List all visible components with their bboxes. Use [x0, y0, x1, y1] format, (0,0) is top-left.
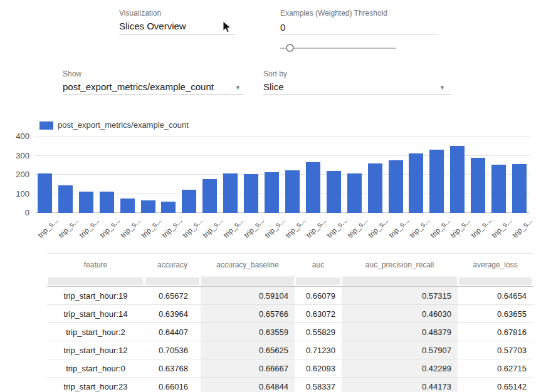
y-axis-tick-label: 400 — [16, 132, 29, 141]
bar-18[interactable] — [409, 153, 423, 213]
metric-cell: 0.57703 — [458, 341, 533, 359]
bar-10[interactable] — [244, 174, 258, 213]
feature-cell: trip_start_hour:19 — [47, 287, 144, 305]
bar-3[interactable] — [100, 192, 114, 213]
metric-cell: 0.64844 — [201, 378, 295, 392]
filter-cell — [201, 276, 295, 287]
bar-0[interactable] — [38, 173, 52, 213]
x-axis-tick-label: trip_s... — [470, 216, 493, 240]
metric-cell: 0.42289 — [342, 359, 458, 378]
table-row: trip_start_hour:190.656720.591040.660790… — [47, 287, 533, 305]
filter-cell — [144, 276, 201, 287]
table-row: trip_start_hour:140.639640.657660.630720… — [47, 305, 533, 323]
bar-8[interactable] — [202, 179, 217, 213]
y-axis-tick-label: 100 — [16, 189, 29, 199]
bar-2[interactable] — [79, 192, 93, 213]
column-header-accuracy_baseline[interactable]: accuracy_baseline — [201, 254, 295, 276]
sort-by-value: Slice — [263, 81, 284, 92]
metric-cell: 0.70536 — [144, 341, 201, 359]
bar-23[interactable] — [512, 164, 527, 213]
bar-6[interactable] — [161, 202, 176, 213]
show-metric-value: post_export_metrics/example_count — [63, 81, 214, 92]
bar-16[interactable] — [368, 163, 382, 213]
x-axis-tick-label: trip_s... — [243, 216, 266, 240]
table-row: trip_start_hour:20.644070.635590.558290.… — [47, 323, 533, 341]
x-axis-tick-label: trip_s... — [325, 216, 349, 240]
bar-14[interactable] — [327, 171, 341, 213]
filter-input-feature[interactable] — [48, 277, 143, 285]
column-header-auc_precision_recall[interactable]: auc_precision_recall — [342, 254, 458, 276]
x-axis-tick-label: trip_s... — [490, 216, 514, 240]
column-header-accuracy[interactable]: accuracy — [144, 254, 201, 276]
visualization-value: Slices Overview — [119, 21, 186, 31]
bar-7[interactable] — [182, 190, 196, 213]
metric-cell: 0.46379 — [342, 323, 458, 341]
visualization-select[interactable]: Slices Overview ▼ — [119, 20, 235, 34]
filter-input-average_loss[interactable] — [459, 277, 532, 285]
sort-by-label: Sort by — [263, 70, 287, 78]
table-header-row: featureaccuracyaccuracy_baselineaucauc_p… — [47, 254, 533, 276]
threshold-input[interactable] — [280, 20, 439, 34]
metric-cell: 0.71230 — [295, 341, 342, 359]
sort-by-select[interactable]: Slice ▼ — [263, 81, 451, 95]
bar-15[interactable] — [347, 173, 362, 213]
bar-11[interactable] — [265, 172, 279, 213]
metric-cell: 0.59104 — [201, 287, 295, 305]
show-label: Show — [63, 70, 81, 78]
bar-21[interactable] — [471, 158, 485, 213]
bar-13[interactable] — [306, 162, 320, 213]
filter-cell — [458, 276, 533, 287]
table-filter-row — [47, 276, 533, 287]
feature-cell: trip_start_hour:0 — [47, 359, 144, 378]
metric-cell: 0.63768 — [144, 359, 201, 378]
column-header-feature[interactable]: feature — [47, 254, 144, 276]
chart-y-axis: 0100200300400 — [0, 137, 29, 213]
feature-cell: trip_start_hour:12 — [47, 341, 144, 359]
metrics-table: featureaccuracyaccuracy_baselineaucauc_p… — [47, 253, 533, 392]
threshold-slider[interactable] — [280, 44, 396, 53]
bar-20[interactable] — [450, 146, 465, 213]
metric-cell: 0.65766 — [201, 305, 295, 323]
filter-input-auc[interactable] — [296, 277, 340, 285]
feature-cell: trip_start_hour:14 — [47, 305, 144, 323]
bar-22[interactable] — [491, 165, 506, 213]
metric-cell: 0.65142 — [458, 378, 533, 392]
column-header-average_loss[interactable]: average_loss — [458, 254, 533, 276]
x-axis-tick-label: trip_s... — [305, 216, 328, 240]
metric-cell: 0.66016 — [144, 378, 201, 392]
column-header-auc[interactable]: auc — [295, 254, 342, 276]
threshold-label: Examples (Weighted) Threshold — [280, 9, 387, 18]
slicing-metrics-browser: { "controls": { "visualization": { "labe… — [0, 0, 541, 392]
table-row: trip_start_hour:120.705360.656250.712300… — [47, 341, 533, 359]
bar-9[interactable] — [223, 173, 238, 213]
bar-4[interactable] — [120, 199, 135, 213]
slider-track[interactable] — [280, 48, 396, 49]
x-axis-tick-label: trip_s... — [36, 216, 60, 240]
filter-input-accuracy_baseline[interactable] — [202, 277, 293, 285]
x-axis-tick-label: trip_s... — [428, 216, 452, 240]
bar-19[interactable] — [429, 150, 444, 213]
legend-label: post_export_metrics/example_count — [58, 120, 189, 130]
bar-12[interactable] — [285, 170, 300, 213]
filter-input-auc_precision_recall[interactable] — [343, 277, 456, 285]
chevron-down-icon: ▼ — [235, 85, 241, 91]
metric-cell: 0.55829 — [295, 323, 342, 341]
bar-5[interactable] — [141, 200, 155, 213]
metric-cell: 0.64407 — [144, 323, 201, 341]
x-axis-tick-label: trip_s... — [181, 216, 204, 240]
show-metric-select[interactable]: post_export_metrics/example_count ▼ — [63, 81, 244, 95]
filter-cell — [295, 276, 342, 287]
x-axis-tick-label: trip_s... — [139, 216, 163, 240]
metric-cell: 0.65625 — [201, 341, 295, 359]
filter-cell — [47, 276, 144, 287]
metric-cell: 0.63072 — [295, 305, 342, 323]
bar-1[interactable] — [58, 185, 73, 213]
slider-knob[interactable] — [286, 44, 294, 52]
x-axis-tick-label: trip_s... — [77, 216, 101, 240]
x-axis-tick-label: trip_s... — [449, 216, 473, 240]
x-axis-tick-label: trip_s... — [222, 216, 246, 240]
y-axis-tick-label: 300 — [16, 151, 29, 160]
bar-17[interactable] — [389, 160, 403, 213]
x-axis-tick-label: trip_s... — [511, 216, 535, 240]
filter-input-accuracy[interactable] — [145, 277, 199, 285]
